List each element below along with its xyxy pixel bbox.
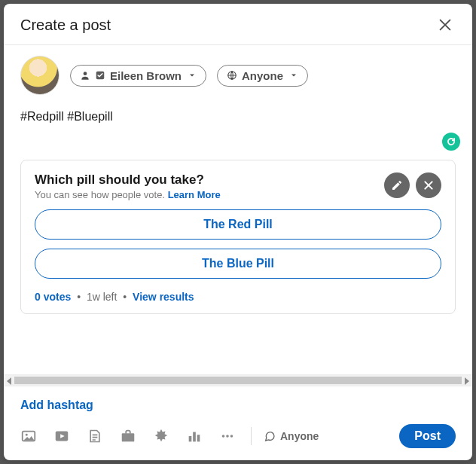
close-button[interactable]	[435, 14, 456, 35]
more-button[interactable]	[219, 428, 236, 444]
grammarly-icon	[446, 136, 456, 147]
author-row: Eileen Brown Anyone	[20, 56, 456, 95]
briefcase-icon	[120, 428, 136, 444]
poll-header: Which pill should you take? You can see …	[35, 172, 441, 200]
post-text: #Redpill #Bluepill	[20, 110, 113, 123]
modal-footer: Anyone Post	[4, 418, 472, 460]
image-icon	[20, 428, 37, 444]
svg-point-4	[26, 434, 28, 436]
celebrate-button[interactable]	[153, 428, 169, 444]
modal-body: Eileen Brown Anyone #Redpill #Bluepill W…	[4, 45, 472, 367]
poll-card: Which pill should you take? You can see …	[20, 160, 456, 314]
checkbox-icon	[95, 70, 105, 81]
comment-icon	[264, 430, 276, 442]
caret-down-icon	[289, 71, 298, 80]
poll-question: Which pill should you take?	[35, 172, 221, 188]
poll-actions	[384, 172, 441, 198]
video-icon	[53, 428, 70, 444]
toolbar	[20, 428, 236, 444]
avatar[interactable]	[20, 56, 60, 95]
svg-rect-9	[197, 435, 200, 441]
create-poll-button[interactable]	[186, 428, 203, 444]
svg-rect-6	[122, 433, 135, 441]
add-job-button[interactable]	[120, 428, 136, 444]
visibility-selector[interactable]: Anyone	[217, 65, 308, 87]
modal-header: Create a post	[4, 4, 472, 45]
add-document-button[interactable]	[87, 428, 103, 444]
learn-more-link[interactable]: Learn More	[168, 189, 221, 200]
time-left: 1w left	[87, 291, 117, 303]
globe-icon	[227, 70, 237, 81]
poll-option-2[interactable]: The Blue Pill	[35, 249, 441, 279]
poll-option-1[interactable]: The Red Pill	[35, 209, 441, 240]
visibility-label: Anyone	[242, 69, 283, 82]
add-hashtag-button[interactable]: Add hashtag	[20, 398, 456, 412]
svg-point-0	[84, 72, 87, 75]
horizontal-scrollbar[interactable]	[4, 374, 472, 386]
person-icon	[80, 70, 90, 81]
post-button[interactable]: Post	[399, 424, 456, 448]
create-post-modal: Create a post Eileen Brown Anyone #Redpi…	[4, 4, 472, 460]
view-results-link[interactable]: View results	[133, 291, 194, 303]
scrollbar-thumb[interactable]	[14, 377, 462, 384]
author-selector[interactable]: Eileen Brown	[70, 65, 206, 87]
close-icon	[423, 179, 435, 191]
poll-meta: 0 votes • 1w left • View results	[35, 291, 441, 303]
remove-poll-button[interactable]	[416, 172, 441, 198]
close-icon	[437, 17, 453, 33]
caret-down-icon	[188, 71, 197, 80]
svg-rect-8	[193, 432, 196, 442]
edit-poll-button[interactable]	[384, 172, 410, 198]
svg-rect-7	[189, 436, 192, 441]
add-photo-button[interactable]	[20, 428, 37, 444]
modal-title: Create a post	[20, 17, 111, 34]
author-name: Eileen Brown	[110, 69, 182, 82]
svg-point-12	[230, 435, 233, 438]
divider	[251, 427, 252, 445]
ellipsis-icon	[219, 428, 236, 444]
votes-count[interactable]: 0 votes	[35, 291, 71, 303]
comment-scope-button[interactable]: Anyone	[264, 430, 319, 442]
poll-icon	[186, 428, 203, 444]
poll-subtext: You can see how people vote. Learn More	[35, 189, 221, 200]
add-video-button[interactable]	[53, 428, 70, 444]
comment-scope-label: Anyone	[280, 430, 319, 442]
svg-point-11	[226, 435, 229, 438]
post-content[interactable]: #Redpill #Bluepill	[20, 110, 456, 124]
document-icon	[87, 428, 102, 444]
grammarly-badge[interactable]	[442, 133, 460, 151]
svg-point-10	[222, 435, 225, 438]
starburst-icon	[153, 428, 169, 444]
pencil-icon	[391, 179, 403, 191]
